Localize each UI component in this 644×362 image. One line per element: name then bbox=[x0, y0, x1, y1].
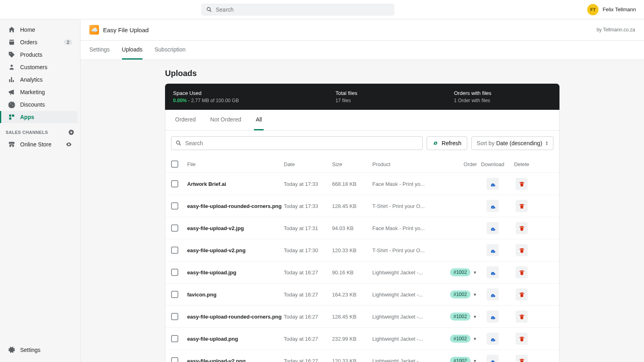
row-checkbox[interactable] bbox=[171, 180, 178, 187]
row-checkbox[interactable] bbox=[171, 357, 178, 362]
global-search-input[interactable] bbox=[216, 6, 390, 13]
tab-settings[interactable]: Settings bbox=[89, 41, 110, 60]
download-button[interactable] bbox=[487, 266, 499, 278]
filter-tab-not-ordered[interactable]: Not Ordered bbox=[208, 110, 243, 130]
sidebar-item-orders[interactable]: Orders2 bbox=[2, 36, 78, 48]
cloud-download-icon bbox=[490, 358, 496, 362]
row-checkbox[interactable] bbox=[171, 224, 178, 232]
file-product[interactable]: Lightweight Jacket -... bbox=[372, 358, 441, 362]
file-product[interactable]: Lightweight Jacket -... bbox=[372, 292, 441, 298]
file-name[interactable]: easy-file-upload.png bbox=[187, 336, 284, 342]
chevron-down-icon[interactable]: ▼ bbox=[473, 292, 477, 297]
cloud-download-icon bbox=[490, 336, 496, 342]
delete-button[interactable] bbox=[516, 355, 528, 362]
order-pill[interactable]: #1002 bbox=[450, 268, 471, 276]
select-all-checkbox[interactable] bbox=[171, 160, 178, 168]
row-checkbox[interactable] bbox=[171, 202, 178, 210]
tab-subscription[interactable]: Subscription bbox=[155, 41, 186, 60]
file-product[interactable]: Face Mask - Print yo... bbox=[372, 225, 441, 231]
download-button[interactable] bbox=[487, 178, 499, 190]
eye-icon[interactable] bbox=[66, 141, 72, 148]
file-size: 90.16 KB bbox=[332, 269, 372, 276]
file-product[interactable]: T-Shirt - Print your O... bbox=[372, 247, 441, 253]
sort-arrows-icon: ▲▼ bbox=[545, 141, 548, 146]
sidebar-item-online-store[interactable]: Online Store bbox=[2, 138, 78, 150]
delete-button[interactable] bbox=[516, 200, 528, 212]
byline-link[interactable]: Tellmann.co.za bbox=[603, 27, 635, 33]
table-row: easy-file-upload-v2.png Today at 17:30 1… bbox=[165, 239, 559, 261]
table-row: easy-file-upload.png Today at 16:27 232.… bbox=[165, 328, 559, 350]
sidebar-item-products[interactable]: Products bbox=[2, 49, 78, 61]
apps-icon bbox=[8, 113, 15, 121]
stat-space: Space Used 0.00% - 2.77 MB of 100.00 GB bbox=[173, 90, 239, 103]
table-header: File Date Size Product Order Download De… bbox=[165, 156, 559, 173]
global-search[interactable] bbox=[201, 4, 394, 16]
chevron-down-icon[interactable]: ▼ bbox=[473, 359, 477, 362]
products-icon bbox=[8, 51, 15, 58]
file-size: 120.33 KB bbox=[332, 247, 372, 253]
row-checkbox[interactable] bbox=[171, 291, 178, 298]
file-name[interactable]: easy-file-upload-v2.png bbox=[187, 358, 284, 362]
sidebar-item-label: Orders bbox=[20, 39, 37, 45]
sidebar-item-customers[interactable]: Customers bbox=[2, 61, 78, 73]
sidebar-item-settings[interactable]: Settings bbox=[2, 344, 78, 356]
delete-button[interactable] bbox=[516, 222, 528, 234]
file-name[interactable]: easy-file-upload.jpg bbox=[187, 269, 284, 276]
file-product[interactable]: Lightweight Jacket -... bbox=[372, 269, 441, 276]
file-name[interactable]: easy-file-upload-rounded-corners.png bbox=[187, 203, 284, 209]
file-product[interactable]: T-Shirt - Print your O... bbox=[372, 203, 441, 209]
sidebar-item-marketing[interactable]: Marketing bbox=[2, 86, 78, 98]
row-checkbox[interactable] bbox=[171, 313, 178, 320]
file-search-input[interactable] bbox=[185, 140, 418, 146]
file-product[interactable]: Lightweight Jacket -... bbox=[372, 336, 441, 342]
order-pill[interactable]: #1002 bbox=[450, 357, 471, 362]
refresh-button[interactable]: Refresh bbox=[427, 136, 467, 150]
filter-tab-ordered[interactable]: Ordered bbox=[173, 110, 197, 130]
sort-button[interactable]: Sort by Date (descending) ▲▼ bbox=[471, 136, 553, 150]
cloud-download-icon bbox=[490, 314, 496, 320]
delete-button[interactable] bbox=[516, 288, 528, 300]
file-search[interactable] bbox=[171, 136, 423, 150]
download-button[interactable] bbox=[487, 222, 499, 234]
row-checkbox[interactable] bbox=[171, 269, 178, 276]
delete-button[interactable] bbox=[516, 266, 528, 278]
filter-tab-all[interactable]: All bbox=[254, 110, 264, 130]
download-button[interactable] bbox=[487, 244, 499, 256]
download-button[interactable] bbox=[487, 333, 499, 345]
delete-button[interactable] bbox=[516, 178, 528, 190]
sidebar-item-discounts[interactable]: Discounts bbox=[2, 99, 78, 111]
user-menu[interactable]: FT Felix Tellmann bbox=[587, 4, 636, 15]
row-checkbox[interactable] bbox=[171, 335, 178, 342]
chevron-down-icon[interactable]: ▼ bbox=[473, 270, 477, 275]
file-name[interactable]: easy-file-upload-v2.png bbox=[187, 247, 284, 253]
add-channel-icon[interactable] bbox=[68, 129, 74, 136]
file-name[interactable]: easy-file-upload-v2.jpg bbox=[187, 225, 284, 231]
download-button[interactable] bbox=[487, 288, 499, 300]
file-name[interactable]: easy-file-upload-rounded-corners.png bbox=[187, 314, 284, 320]
sidebar-item-apps[interactable]: Apps bbox=[0, 111, 78, 123]
delete-button[interactable] bbox=[516, 333, 528, 345]
chevron-down-icon[interactable]: ▼ bbox=[473, 337, 477, 341]
sidebar-item-analytics[interactable]: Analytics bbox=[2, 74, 78, 86]
file-name[interactable]: Artwork Brief.ai bbox=[187, 181, 284, 187]
order-pill[interactable]: #1002 bbox=[450, 313, 471, 321]
file-name[interactable]: favicon.png bbox=[187, 292, 284, 298]
delete-button[interactable] bbox=[516, 311, 528, 323]
table-row: easy-file-upload-v2.jpg Today at 17:31 9… bbox=[165, 217, 559, 239]
col-date: Date bbox=[284, 161, 332, 167]
delete-button[interactable] bbox=[516, 244, 528, 256]
order-pill[interactable]: #1002 bbox=[450, 290, 471, 298]
download-button[interactable] bbox=[487, 355, 499, 362]
order-pill[interactable]: #1002 bbox=[450, 335, 471, 343]
download-button[interactable] bbox=[487, 200, 499, 212]
chevron-down-icon[interactable]: ▼ bbox=[473, 315, 477, 319]
sidebar-item-home[interactable]: Home bbox=[2, 24, 78, 36]
download-button[interactable] bbox=[487, 311, 499, 323]
tab-uploads[interactable]: Uploads bbox=[122, 41, 142, 60]
sidebar-item-label: Online Store bbox=[20, 141, 52, 148]
file-product[interactable]: Face Mask - Print yo... bbox=[372, 181, 441, 187]
row-checkbox[interactable] bbox=[171, 247, 178, 254]
cloud-download-icon bbox=[490, 225, 496, 231]
topbar: FT Felix Tellmann bbox=[0, 0, 644, 19]
file-product[interactable]: Lightweight Jacket -... bbox=[372, 314, 441, 320]
